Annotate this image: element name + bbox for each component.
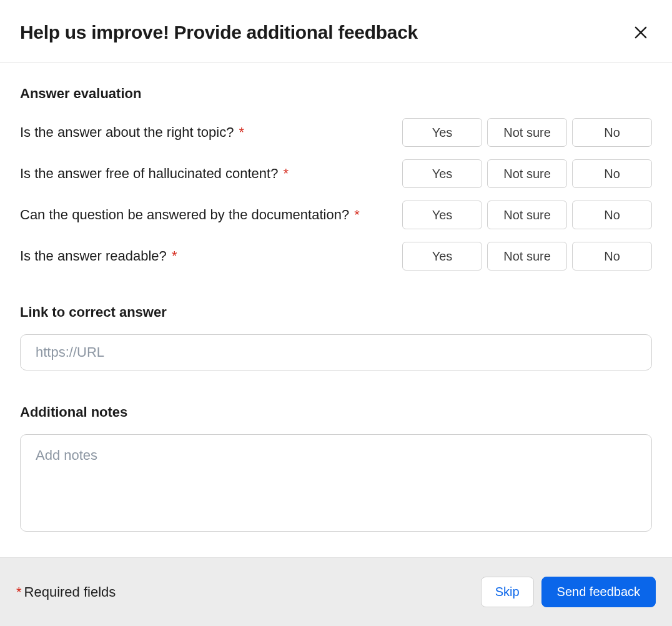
- options-group: Yes Not sure No: [402, 201, 652, 229]
- option-no[interactable]: No: [572, 242, 652, 271]
- option-yes[interactable]: Yes: [402, 118, 482, 147]
- option-no[interactable]: No: [572, 118, 652, 147]
- option-yes[interactable]: Yes: [402, 159, 482, 188]
- question-label: Is the answer about the right topic? *: [20, 124, 244, 141]
- question-row: Is the answer about the right topic? * Y…: [20, 118, 652, 147]
- dialog-content: Answer evaluation Is the answer about th…: [0, 63, 672, 557]
- required-label: Required fields: [24, 584, 116, 600]
- dialog-footer: *Required fields Skip Send feedback: [0, 557, 672, 626]
- question-label: Is the answer free of hallucinated conte…: [20, 166, 289, 182]
- option-no[interactable]: No: [572, 159, 652, 188]
- send-feedback-button[interactable]: Send feedback: [541, 577, 656, 607]
- link-input[interactable]: [20, 334, 652, 370]
- question-label: Is the answer readable? *: [20, 248, 177, 264]
- question-text: Is the answer readable?: [20, 248, 167, 264]
- link-section: Link to correct answer: [20, 304, 652, 370]
- notes-textarea[interactable]: [20, 434, 652, 532]
- close-button[interactable]: [630, 21, 652, 44]
- required-star: *: [16, 584, 22, 600]
- dialog-header: Help us improve! Provide additional feed…: [0, 0, 672, 63]
- required-star: *: [172, 248, 177, 264]
- question-text: Can the question be answered by the docu…: [20, 207, 349, 222]
- question-text: Is the answer free of hallucinated conte…: [20, 166, 278, 181]
- options-group: Yes Not sure No: [402, 159, 652, 188]
- option-notsure[interactable]: Not sure: [487, 201, 567, 229]
- required-star: *: [354, 207, 360, 222]
- required-star: *: [239, 124, 245, 140]
- option-notsure[interactable]: Not sure: [487, 159, 567, 188]
- link-heading: Link to correct answer: [20, 304, 652, 320]
- option-notsure[interactable]: Not sure: [487, 242, 567, 271]
- close-icon: [632, 24, 650, 41]
- question-row: Is the answer readable? * Yes Not sure N…: [20, 242, 652, 271]
- question-text: Is the answer about the right topic?: [20, 124, 234, 140]
- question-row: Can the question be answered by the docu…: [20, 201, 652, 229]
- skip-button[interactable]: Skip: [481, 577, 534, 607]
- footer-buttons: Skip Send feedback: [481, 577, 656, 607]
- dialog-title: Help us improve! Provide additional feed…: [20, 22, 418, 43]
- required-star: *: [284, 166, 289, 181]
- required-note: *Required fields: [16, 584, 116, 600]
- options-group: Yes Not sure No: [402, 242, 652, 271]
- option-yes[interactable]: Yes: [402, 201, 482, 229]
- question-label: Can the question be answered by the docu…: [20, 207, 360, 223]
- notes-heading: Additional notes: [20, 404, 652, 420]
- evaluation-heading: Answer evaluation: [20, 86, 652, 102]
- option-yes[interactable]: Yes: [402, 242, 482, 271]
- notes-section: Additional notes: [20, 404, 652, 534]
- option-notsure[interactable]: Not sure: [487, 118, 567, 147]
- question-row: Is the answer free of hallucinated conte…: [20, 159, 652, 188]
- option-no[interactable]: No: [572, 201, 652, 229]
- options-group: Yes Not sure No: [402, 118, 652, 147]
